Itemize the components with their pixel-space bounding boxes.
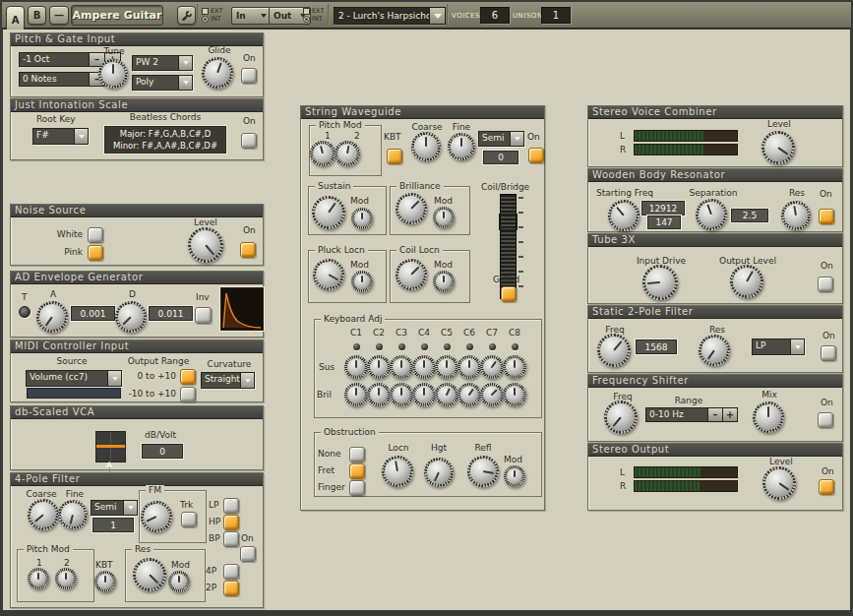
combiner-level-knob[interactable] [762, 131, 795, 164]
wg-on-toggle[interactable] [528, 148, 544, 163]
poly-select[interactable]: Poly [132, 75, 193, 91]
filter-res-mod-knob[interactable] [168, 571, 190, 592]
sus-knob-c6[interactable] [457, 355, 481, 379]
minimize-button[interactable]: — [49, 6, 69, 25]
curvature-select[interactable]: Straight [201, 372, 255, 389]
obstruction-finger-toggle[interactable] [349, 480, 365, 496]
coil-mod-knob[interactable] [433, 271, 455, 292]
static-res-knob[interactable] [699, 335, 730, 366]
brilliance-knob[interactable] [396, 193, 427, 224]
chevron-down-icon[interactable] [123, 501, 137, 515]
resonator-on-toggle[interactable] [819, 209, 834, 224]
filter-mode-select[interactable]: LP [752, 339, 805, 355]
obstruction-locn-knob[interactable] [382, 456, 413, 487]
sus-knob-c8[interactable] [503, 355, 526, 379]
range-bipolar-toggle[interactable] [180, 387, 196, 402]
tune-knob[interactable] [98, 59, 128, 89]
static-freq-knob[interactable] [597, 334, 631, 367]
sus-knob-c1[interactable] [344, 355, 368, 379]
hp-toggle[interactable] [223, 515, 239, 530]
snapshot-select[interactable]: 2 - Lurch's Harpsichc [334, 7, 446, 25]
bril-knob-c1[interactable] [344, 383, 368, 406]
brilliance-mod-knob[interactable] [433, 207, 455, 228]
b-button[interactable]: B [28, 6, 46, 25]
sus-knob-c7[interactable] [480, 355, 504, 379]
bril-knob-c2[interactable] [367, 383, 391, 406]
wrench-button[interactable] [177, 6, 196, 25]
wg-coarse-knob[interactable] [411, 132, 441, 161]
midi-in-extint[interactable]: EXT INT [202, 7, 231, 23]
chevron-down-icon[interactable] [178, 56, 192, 70]
obstruction-fret-toggle[interactable] [349, 463, 365, 479]
pitch-gate-on-toggle[interactable] [241, 68, 257, 84]
sustain-mod-knob[interactable] [351, 208, 373, 229]
sus-knob-c5[interactable] [435, 355, 458, 379]
shifter-on-toggle[interactable] [818, 412, 833, 428]
separation-knob[interactable] [696, 199, 727, 230]
coil-locn-knob[interactable] [396, 259, 427, 290]
bril-knob-c5[interactable] [435, 383, 458, 406]
ext-checkbox[interactable] [202, 8, 209, 15]
sus-knob-c4[interactable] [412, 355, 436, 379]
output-level-knob[interactable] [762, 466, 796, 500]
static-filter-on-toggle[interactable] [821, 345, 836, 361]
just-intonation-on-toggle[interactable] [241, 133, 257, 149]
chevron-down-icon[interactable] [429, 8, 445, 24]
obstruction-none-toggle[interactable] [349, 447, 365, 462]
sustain-knob[interactable] [312, 196, 345, 229]
filter-res-knob[interactable] [133, 558, 166, 591]
chevron-down-icon[interactable] [790, 339, 804, 354]
ext-checkbox[interactable] [303, 8, 310, 15]
filter-pm2-knob[interactable] [55, 568, 77, 589]
pluck-mod-knob[interactable] [351, 271, 373, 292]
noise-on-toggle[interactable] [240, 242, 256, 258]
chevron-down-icon[interactable] [178, 76, 192, 90]
mix-knob[interactable] [753, 401, 784, 433]
lp-toggle[interactable] [223, 498, 239, 514]
filter-kbt-knob[interactable] [94, 571, 116, 592]
int-radio[interactable] [303, 16, 310, 23]
chevron-down-icon[interactable] [107, 371, 121, 386]
slider-handle[interactable] [499, 214, 518, 230]
tube-output-knob[interactable] [730, 265, 763, 298]
bril-knob-c6[interactable] [457, 383, 481, 406]
trk-toggle[interactable] [181, 512, 197, 527]
plus-button[interactable]: + [723, 407, 738, 422]
trigger-led[interactable] [19, 306, 30, 318]
decay-knob[interactable] [115, 301, 147, 333]
starting-freq-knob[interactable] [608, 200, 640, 231]
white-toggle[interactable] [88, 227, 103, 243]
invert-toggle[interactable] [195, 307, 212, 324]
stereo-output-on-toggle[interactable] [819, 479, 834, 495]
voices-value[interactable]: 6 [480, 7, 510, 24]
sus-knob-c2[interactable] [367, 355, 391, 379]
wg-semi-select[interactable]: Semi [478, 131, 524, 147]
vca-xy-pad[interactable] [95, 431, 126, 462]
noise-level-knob[interactable] [188, 227, 223, 263]
wg-kbt-toggle[interactable] [387, 149, 402, 164]
obstruction-refl-knob[interactable] [467, 456, 499, 487]
wg-pm2-knob[interactable] [335, 141, 360, 166]
resonator-res-knob[interactable] [781, 201, 811, 230]
pink-toggle[interactable] [88, 245, 103, 261]
bril-knob-c4[interactable] [412, 383, 436, 406]
obstruction-hgt-knob[interactable] [424, 458, 454, 487]
gated-toggle[interactable] [501, 286, 517, 302]
bril-knob-c3[interactable] [390, 383, 413, 406]
input-drive-knob[interactable] [642, 265, 678, 300]
p4-toggle[interactable] [223, 564, 239, 580]
int-radio[interactable] [202, 16, 209, 23]
bril-knob-c7[interactable] [480, 383, 504, 406]
midi-in-select[interactable]: In [231, 7, 272, 25]
range-stepper[interactable]: 0-10 Hz – + [645, 407, 738, 422]
attack-knob[interactable] [36, 301, 68, 333]
tube-on-toggle[interactable] [818, 277, 833, 292]
minus-button[interactable]: – [708, 407, 723, 422]
range-positive-toggle[interactable] [180, 369, 196, 385]
source-select[interactable]: Volume (cc7) [26, 370, 122, 387]
semi-select[interactable]: Semi [91, 500, 138, 516]
sus-knob-c3[interactable] [390, 355, 413, 379]
bril-knob-c8[interactable] [503, 383, 526, 406]
shifter-freq-knob[interactable] [604, 400, 638, 434]
root-key-select[interactable]: F# [32, 128, 89, 145]
